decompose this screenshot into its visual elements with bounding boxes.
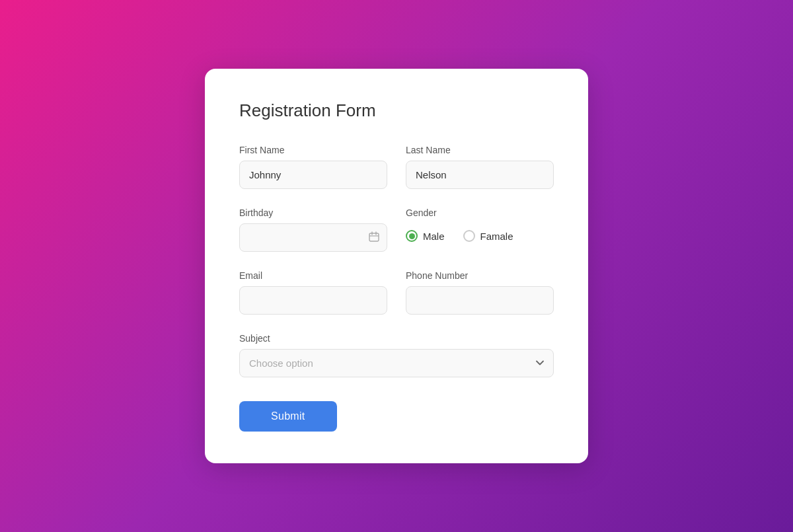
birthday-group: Birthday xyxy=(239,208,387,252)
female-radio-button[interactable] xyxy=(463,230,475,242)
subject-row: Subject Choose option Option 1 Option 2 … xyxy=(239,333,554,377)
last-name-input[interactable] xyxy=(406,161,554,189)
email-group: Email xyxy=(239,270,387,315)
phone-input[interactable] xyxy=(406,286,554,315)
male-radio-button[interactable] xyxy=(406,230,418,242)
name-row: First Name Last Name xyxy=(239,145,554,189)
phone-label: Phone Number xyxy=(406,270,554,281)
subject-select-wrapper: Choose option Option 1 Option 2 Option 3 xyxy=(239,349,554,377)
email-phone-row: Email Phone Number xyxy=(239,270,554,315)
first-name-label: First Name xyxy=(239,145,387,155)
email-input[interactable] xyxy=(239,286,387,315)
email-label: Email xyxy=(239,270,387,281)
gender-female-option[interactable]: Famale xyxy=(463,230,513,242)
first-name-group: First Name xyxy=(239,145,387,189)
male-label: Male xyxy=(423,231,445,242)
phone-group: Phone Number xyxy=(406,270,554,315)
gender-options: Male Famale xyxy=(406,230,554,247)
subject-group: Subject Choose option Option 1 Option 2 … xyxy=(239,333,554,377)
subject-label: Subject xyxy=(239,333,554,344)
birthday-gender-row: Birthday Gender xyxy=(239,208,554,252)
birthday-input[interactable] xyxy=(239,223,387,252)
birthday-wrapper xyxy=(239,223,387,252)
male-radio-dot xyxy=(409,233,415,239)
gender-male-option[interactable]: Male xyxy=(406,230,445,242)
gender-label: Gender xyxy=(406,208,554,218)
registration-form-card: Registration Form First Name Last Name B… xyxy=(205,69,588,463)
female-label: Famale xyxy=(480,231,513,242)
submit-button[interactable]: Submit xyxy=(239,401,337,432)
birthday-label: Birthday xyxy=(239,208,387,218)
last-name-label: Last Name xyxy=(406,145,554,155)
subject-select[interactable]: Choose option Option 1 Option 2 Option 3 xyxy=(239,349,554,377)
first-name-input[interactable] xyxy=(239,161,387,189)
form-title: Registration Form xyxy=(239,100,554,121)
last-name-group: Last Name xyxy=(406,145,554,189)
gender-group: Gender Male Famale xyxy=(406,208,554,252)
